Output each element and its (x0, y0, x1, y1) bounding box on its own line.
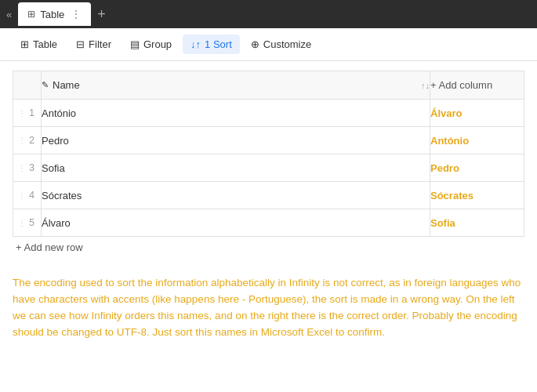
description-text: The encoding used to sort the informatio… (13, 275, 524, 341)
row-number: 4 (27, 190, 37, 201)
col-header-rownum (13, 71, 42, 100)
col-header-add[interactable]: + Add column (430, 71, 524, 100)
table-row: ⋮ 5 Álvaro Sofia (13, 209, 524, 237)
table-wrapper: ✎ Name ↑↓ + Add column ⋮ 1 Antóni (0, 61, 537, 264)
add-tab-button[interactable]: + (97, 6, 106, 23)
table-view-button[interactable]: ⊞ Table (13, 34, 65, 54)
tab-menu-dots[interactable]: ⋮ (71, 8, 82, 20)
row-number: 3 (27, 162, 37, 173)
group-icon: ▤ (130, 38, 140, 50)
add-col-label: + Add column (430, 79, 492, 91)
sort-button[interactable]: ↓↑ 1 Sort (183, 34, 240, 54)
row-drag-handle[interactable]: ⋮ (18, 109, 26, 118)
table-row: ⋮ 4 Sócrates Sócrates (13, 182, 524, 209)
table-tab-icon: ⊞ (27, 9, 35, 20)
row-drag-handle[interactable]: ⋮ (18, 136, 26, 145)
row-sorted-cell: Pedro (430, 154, 524, 182)
row-name-cell[interactable]: Álvaro (42, 209, 430, 237)
table-tab-label: Table (40, 9, 64, 20)
row-number: 1 (27, 107, 37, 118)
sort-icon: ↓↑ (190, 38, 201, 50)
row-number: 2 (27, 135, 37, 146)
name-col-edit-icon: ✎ (42, 80, 49, 90)
group-button[interactable]: ▤ Group (122, 34, 180, 54)
name-col-label: Name (53, 79, 80, 91)
name-col-sort-arrows[interactable]: ↑↓ (421, 81, 430, 90)
customize-icon: ⊕ (251, 38, 259, 50)
row-num-cell: ⋮ 4 (13, 182, 42, 209)
row-sorted-cell: Álvaro (430, 100, 524, 127)
row-name-cell[interactable]: António (42, 100, 430, 127)
row-num-cell: ⋮ 1 (13, 100, 42, 127)
table-view-icon: ⊞ (20, 38, 29, 50)
table-tab[interactable]: ⊞ Table ⋮ (18, 2, 91, 26)
row-sorted-cell: Sócrates (430, 182, 524, 209)
filter-icon: ⊟ (76, 38, 85, 50)
toolbar: ⊞ Table ⊟ Filter ▤ Group ↓↑ 1 Sort ⊕ Cus… (0, 28, 537, 61)
row-drag-handle[interactable]: ⋮ (18, 219, 26, 227)
add-row-link[interactable]: + Add new row (13, 237, 86, 258)
row-drag-handle[interactable]: ⋮ (18, 191, 26, 200)
add-row-label: + Add new row (16, 241, 83, 253)
row-name-cell[interactable]: Pedro (42, 127, 430, 154)
group-label: Group (143, 38, 172, 50)
filter-label: Filter (89, 38, 111, 50)
customize-button[interactable]: ⊕ Customize (243, 34, 319, 54)
data-table: ✎ Name ↑↓ + Add column ⋮ 1 Antóni (13, 71, 524, 237)
col-header-name[interactable]: ✎ Name ↑↓ (42, 71, 430, 100)
sort-label: 1 Sort (205, 38, 232, 50)
row-num-cell: ⋮ 5 (13, 209, 42, 237)
table-view-label: Table (33, 38, 57, 50)
back-chevron[interactable]: « (6, 9, 12, 20)
filter-button[interactable]: ⊟ Filter (68, 34, 119, 54)
row-drag-handle[interactable]: ⋮ (18, 164, 26, 172)
title-bar: « ⊞ Table ⋮ + (0, 0, 537, 28)
row-name-cell[interactable]: Sócrates (42, 182, 430, 209)
row-num-cell: ⋮ 2 (13, 127, 42, 154)
table-row: ⋮ 1 António Álvaro (13, 100, 524, 127)
row-name-cell[interactable]: Sofia (42, 154, 430, 182)
table-row: ⋮ 2 Pedro António (13, 127, 524, 154)
row-num-cell: ⋮ 3 (13, 154, 42, 182)
row-sorted-cell: Sofia (430, 209, 524, 237)
row-number: 5 (27, 217, 37, 228)
row-sorted-cell: António (430, 127, 524, 154)
table-row: ⋮ 3 Sofia Pedro (13, 154, 524, 182)
customize-label: Customize (263, 38, 311, 50)
